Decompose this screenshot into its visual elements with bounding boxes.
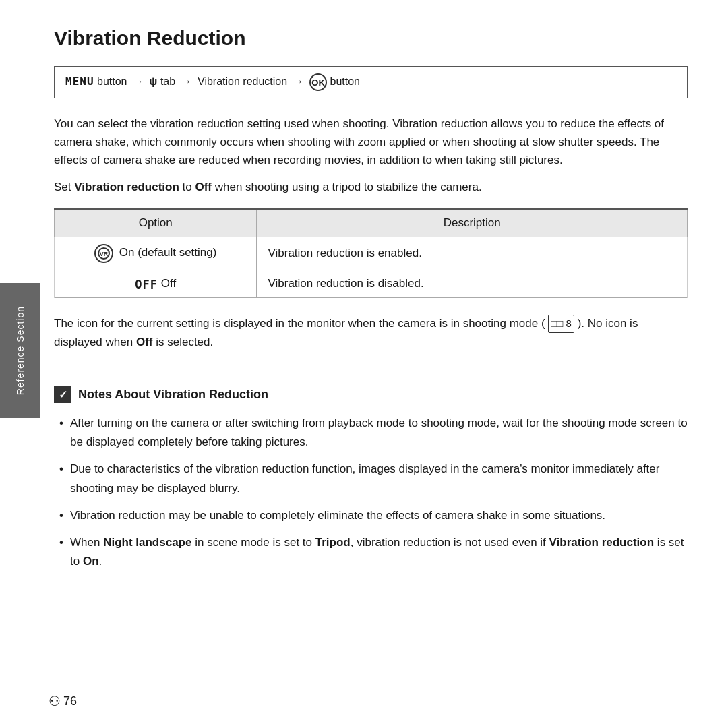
notes-header: ✓ Notes About Vibration Reduction [54,386,688,403]
description-on: Vibration reduction is enabled. [257,237,688,270]
tab-icon: ψ [149,75,157,87]
list-item: Vibration reduction may be unable to com… [54,506,688,525]
main-content: Vibration Reduction MENU button → ψ tab … [0,0,728,606]
night-landscape-bold: Night landscape [103,536,191,549]
tab-text: tab [160,75,175,87]
footer-off-bold: Off [136,336,153,348]
table-header-option: Option [55,209,257,237]
set-instruction: Set Vibration reduction to Off when shoo… [54,178,688,196]
arrow-icon-1: → [133,75,144,87]
option-off: OFF Off [55,270,257,298]
on-bold: On [83,555,99,568]
tripod-bold: Tripod [315,536,351,549]
list-item: When Night landscape in scene mode is se… [54,533,688,571]
description-paragraph: You can select the vibration reduction s… [54,115,688,170]
table-row: VR On (default setting) Vibration reduct… [55,237,688,270]
page-number: ⚇ 76 [49,693,77,709]
notes-list: After turning on the camera or after swi… [54,414,688,570]
arrow-icon-3: → [293,75,304,87]
set-bold-vr: Vibration reduction [74,181,179,193]
footer-paragraph: The icon for the current setting is disp… [54,314,688,352]
menu-label: MENU [65,75,94,88]
list-item: Due to characteristics of the vibration … [54,460,688,497]
off-text: OFF [135,277,158,291]
page-ref-icon: □□ 8 [548,315,574,333]
notes-section: ✓ Notes About Vibration Reduction After … [54,379,688,570]
table-header-description: Description [257,209,688,237]
vr-bold: Vibration reduction [549,536,655,549]
list-item: After turning on the camera or after swi… [54,414,688,452]
table-row: OFF Off Vibration reduction is disabled. [55,270,688,298]
page-title: Vibration Reduction [54,27,688,50]
page-num-text: 76 [63,694,77,708]
arrow-icon-2: → [181,75,192,87]
vr-nav-text: Vibration reduction [198,75,287,87]
option-on: VR On (default setting) [55,237,257,270]
set-bold-off: Off [195,181,212,193]
notes-title: Notes About Vibration Reduction [78,388,268,402]
options-table: Option Description VR On (default settin… [54,208,688,299]
page-icon: ⚇ [49,693,61,709]
button-label: button [330,75,360,87]
ok-button-icon: OK [309,73,327,91]
vr-on-icon: VR [94,244,113,263]
description-off: Vibration reduction is disabled. [257,270,688,298]
svg-text:VR: VR [100,251,109,257]
navigation-path: MENU button → ψ tab → Vibration reductio… [54,66,688,98]
check-icon: ✓ [54,386,71,403]
